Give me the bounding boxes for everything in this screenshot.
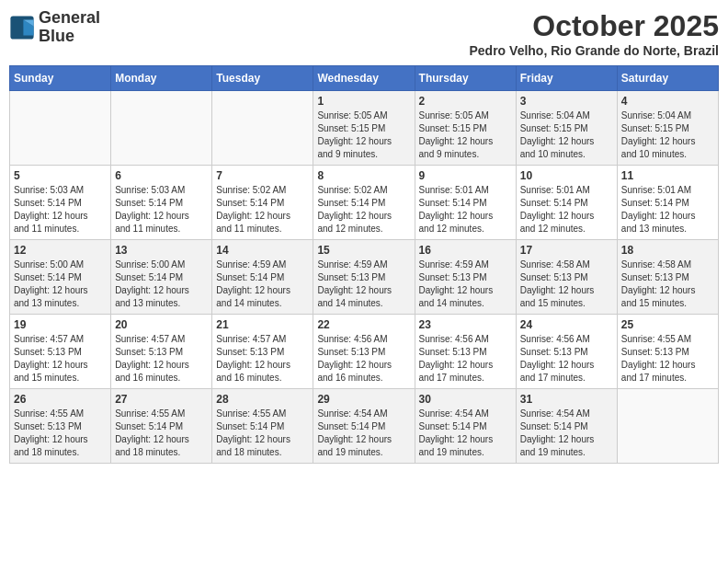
day-number: 6 bbox=[115, 169, 208, 182]
day-header-sunday: Sunday bbox=[10, 66, 111, 91]
calendar-cell: 30Sunrise: 4:54 AM Sunset: 5:14 PM Dayli… bbox=[415, 389, 516, 464]
calendar-cell: 23Sunrise: 4:56 AM Sunset: 5:13 PM Dayli… bbox=[415, 315, 516, 389]
day-number: 17 bbox=[520, 244, 613, 257]
calendar-cell: 22Sunrise: 4:56 AM Sunset: 5:13 PM Dayli… bbox=[313, 315, 415, 389]
day-number: 19 bbox=[14, 318, 107, 331]
day-info: Sunrise: 4:57 AM Sunset: 5:13 PM Dayligh… bbox=[115, 333, 208, 385]
day-number: 23 bbox=[419, 318, 512, 331]
title-block: October 2025 Pedro Velho, Rio Grande do … bbox=[470, 9, 720, 58]
calendar-cell: 14Sunrise: 4:59 AM Sunset: 5:14 PM Dayli… bbox=[212, 240, 313, 315]
day-info: Sunrise: 5:00 AM Sunset: 5:14 PM Dayligh… bbox=[14, 259, 107, 310]
day-header-saturday: Saturday bbox=[617, 66, 718, 91]
day-info: Sunrise: 5:04 AM Sunset: 5:15 PM Dayligh… bbox=[520, 109, 613, 161]
day-info: Sunrise: 4:55 AM Sunset: 5:13 PM Dayligh… bbox=[621, 333, 714, 385]
day-info: Sunrise: 4:54 AM Sunset: 5:14 PM Dayligh… bbox=[419, 408, 512, 459]
calendar-cell: 10Sunrise: 5:01 AM Sunset: 5:14 PM Dayli… bbox=[516, 166, 617, 240]
calendar-cell bbox=[111, 91, 212, 166]
calendar-cell: 8Sunrise: 5:02 AM Sunset: 5:14 PM Daylig… bbox=[313, 166, 415, 240]
day-number: 27 bbox=[115, 393, 208, 406]
calendar-cell: 16Sunrise: 4:59 AM Sunset: 5:13 PM Dayli… bbox=[415, 240, 516, 315]
calendar-cell: 18Sunrise: 4:58 AM Sunset: 5:13 PM Dayli… bbox=[617, 240, 718, 315]
logo: General Blue bbox=[9, 9, 100, 46]
calendar-cell: 3Sunrise: 5:04 AM Sunset: 5:15 PM Daylig… bbox=[516, 91, 617, 166]
day-info: Sunrise: 4:59 AM Sunset: 5:13 PM Dayligh… bbox=[419, 259, 512, 310]
day-info: Sunrise: 5:04 AM Sunset: 5:15 PM Dayligh… bbox=[621, 109, 714, 161]
day-header-thursday: Thursday bbox=[415, 66, 516, 91]
day-number: 14 bbox=[216, 244, 309, 257]
day-info: Sunrise: 5:00 AM Sunset: 5:14 PM Dayligh… bbox=[115, 259, 208, 310]
day-info: Sunrise: 4:54 AM Sunset: 5:14 PM Dayligh… bbox=[317, 408, 410, 459]
calendar-cell bbox=[617, 389, 718, 464]
day-info: Sunrise: 4:59 AM Sunset: 5:14 PM Dayligh… bbox=[216, 259, 309, 310]
calendar-cell: 9Sunrise: 5:01 AM Sunset: 5:14 PM Daylig… bbox=[415, 166, 516, 240]
day-number: 21 bbox=[216, 318, 309, 331]
day-number: 28 bbox=[216, 393, 309, 406]
day-info: Sunrise: 5:01 AM Sunset: 5:14 PM Dayligh… bbox=[419, 184, 512, 236]
day-number: 8 bbox=[317, 169, 410, 182]
day-header-wednesday: Wednesday bbox=[313, 66, 415, 91]
calendar-cell: 11Sunrise: 5:01 AM Sunset: 5:14 PM Dayli… bbox=[617, 166, 718, 240]
day-info: Sunrise: 5:03 AM Sunset: 5:14 PM Dayligh… bbox=[14, 184, 107, 236]
day-info: Sunrise: 5:02 AM Sunset: 5:14 PM Dayligh… bbox=[317, 184, 410, 236]
calendar-cell: 26Sunrise: 4:55 AM Sunset: 5:13 PM Dayli… bbox=[10, 389, 111, 464]
day-info: Sunrise: 4:58 AM Sunset: 5:13 PM Dayligh… bbox=[520, 259, 613, 310]
calendar-cell: 6Sunrise: 5:03 AM Sunset: 5:14 PM Daylig… bbox=[111, 166, 212, 240]
day-number: 12 bbox=[14, 244, 107, 257]
calendar-cell: 29Sunrise: 4:54 AM Sunset: 5:14 PM Dayli… bbox=[313, 389, 415, 464]
calendar-cell: 24Sunrise: 4:56 AM Sunset: 5:13 PM Dayli… bbox=[516, 315, 617, 389]
day-info: Sunrise: 4:54 AM Sunset: 5:14 PM Dayligh… bbox=[520, 408, 613, 459]
calendar-cell bbox=[10, 91, 111, 166]
calendar-week-5: 26Sunrise: 4:55 AM Sunset: 5:13 PM Dayli… bbox=[10, 389, 719, 464]
day-number: 2 bbox=[419, 95, 512, 108]
day-info: Sunrise: 5:03 AM Sunset: 5:14 PM Dayligh… bbox=[115, 184, 208, 236]
day-info: Sunrise: 4:56 AM Sunset: 5:13 PM Dayligh… bbox=[520, 333, 613, 385]
calendar-cell bbox=[212, 91, 313, 166]
calendar-cell: 19Sunrise: 4:57 AM Sunset: 5:13 PM Dayli… bbox=[10, 315, 111, 389]
day-info: Sunrise: 4:56 AM Sunset: 5:13 PM Dayligh… bbox=[317, 333, 410, 385]
day-info: Sunrise: 4:57 AM Sunset: 5:13 PM Dayligh… bbox=[14, 333, 107, 385]
day-number: 3 bbox=[520, 95, 613, 108]
day-number: 30 bbox=[419, 393, 512, 406]
calendar-week-1: 1Sunrise: 5:05 AM Sunset: 5:15 PM Daylig… bbox=[10, 91, 719, 166]
day-info: Sunrise: 5:02 AM Sunset: 5:14 PM Dayligh… bbox=[216, 184, 309, 236]
month-title: October 2025 bbox=[470, 9, 720, 43]
calendar-cell: 31Sunrise: 4:54 AM Sunset: 5:14 PM Dayli… bbox=[516, 389, 617, 464]
day-info: Sunrise: 4:57 AM Sunset: 5:13 PM Dayligh… bbox=[216, 333, 309, 385]
calendar-cell: 25Sunrise: 4:55 AM Sunset: 5:13 PM Dayli… bbox=[617, 315, 718, 389]
calendar-cell: 20Sunrise: 4:57 AM Sunset: 5:13 PM Dayli… bbox=[111, 315, 212, 389]
day-number: 25 bbox=[621, 318, 714, 331]
calendar-table: SundayMondayTuesdayWednesdayThursdayFrid… bbox=[9, 65, 719, 464]
calendar-week-4: 19Sunrise: 4:57 AM Sunset: 5:13 PM Dayli… bbox=[10, 315, 719, 389]
day-number: 11 bbox=[621, 169, 714, 182]
calendar-cell: 28Sunrise: 4:55 AM Sunset: 5:14 PM Dayli… bbox=[212, 389, 313, 464]
day-number: 29 bbox=[317, 393, 410, 406]
location: Pedro Velho, Rio Grande do Norte, Brazil bbox=[470, 43, 720, 58]
calendar-cell: 12Sunrise: 5:00 AM Sunset: 5:14 PM Dayli… bbox=[10, 240, 111, 315]
day-number: 26 bbox=[14, 393, 107, 406]
day-header-friday: Friday bbox=[516, 66, 617, 91]
calendar-cell: 15Sunrise: 4:59 AM Sunset: 5:13 PM Dayli… bbox=[313, 240, 415, 315]
day-info: Sunrise: 4:55 AM Sunset: 5:13 PM Dayligh… bbox=[14, 408, 107, 459]
day-number: 24 bbox=[520, 318, 613, 331]
calendar-cell: 17Sunrise: 4:58 AM Sunset: 5:13 PM Dayli… bbox=[516, 240, 617, 315]
day-info: Sunrise: 5:05 AM Sunset: 5:15 PM Dayligh… bbox=[419, 109, 512, 161]
day-number: 4 bbox=[621, 95, 714, 108]
day-info: Sunrise: 4:55 AM Sunset: 5:14 PM Dayligh… bbox=[115, 408, 208, 459]
day-info: Sunrise: 4:55 AM Sunset: 5:14 PM Dayligh… bbox=[216, 408, 309, 459]
calendar-cell: 7Sunrise: 5:02 AM Sunset: 5:14 PM Daylig… bbox=[212, 166, 313, 240]
day-info: Sunrise: 5:05 AM Sunset: 5:15 PM Dayligh… bbox=[317, 109, 410, 161]
day-number: 9 bbox=[419, 169, 512, 182]
day-number: 31 bbox=[520, 393, 613, 406]
calendar-cell: 2Sunrise: 5:05 AM Sunset: 5:15 PM Daylig… bbox=[415, 91, 516, 166]
calendar-week-2: 5Sunrise: 5:03 AM Sunset: 5:14 PM Daylig… bbox=[10, 166, 719, 240]
day-number: 16 bbox=[419, 244, 512, 257]
day-number: 10 bbox=[520, 169, 613, 182]
page-header: General Blue October 2025 Pedro Velho, R… bbox=[9, 9, 719, 58]
day-number: 20 bbox=[115, 318, 208, 331]
logo-text: General Blue bbox=[39, 9, 100, 46]
calendar-cell: 27Sunrise: 4:55 AM Sunset: 5:14 PM Dayli… bbox=[111, 389, 212, 464]
day-number: 1 bbox=[317, 95, 410, 108]
day-number: 22 bbox=[317, 318, 410, 331]
day-number: 5 bbox=[14, 169, 107, 182]
calendar-week-3: 12Sunrise: 5:00 AM Sunset: 5:14 PM Dayli… bbox=[10, 240, 719, 315]
